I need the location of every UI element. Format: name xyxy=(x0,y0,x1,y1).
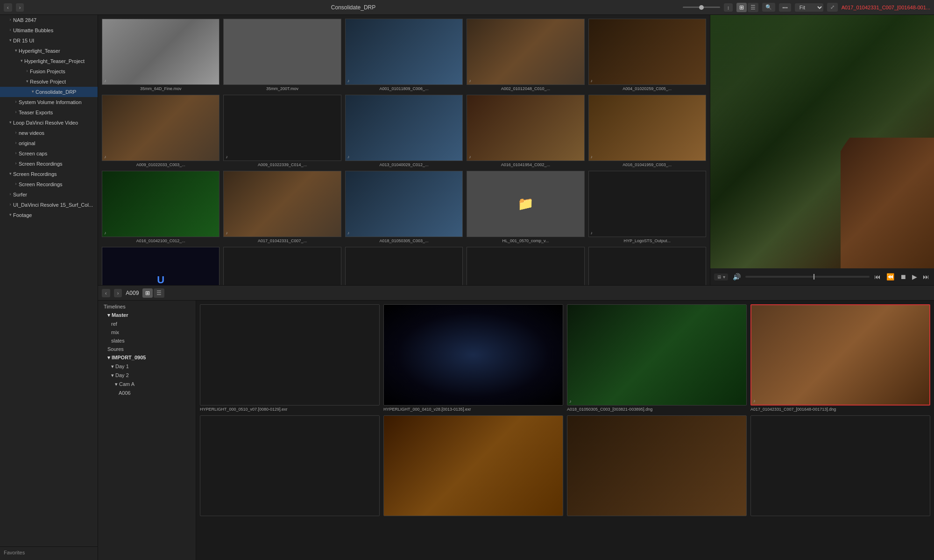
grid-view-button[interactable]: ⊞ xyxy=(736,3,747,12)
media-thumb-m20[interactable]: ♪ HYP_Text4_Output.mov xyxy=(588,247,706,285)
sidebar-item-dr15[interactable]: DR 15 UI xyxy=(0,35,98,46)
tl-ref[interactable]: ref xyxy=(98,320,196,328)
timeline-thumb-b3[interactable]: ♪ A018_01050305_C003_[003821-003895].dng xyxy=(567,304,747,412)
stop-button[interactable]: ⏹ xyxy=(899,272,907,281)
play-button[interactable]: ▶ xyxy=(911,272,918,281)
media-thumb-m15[interactable]: ♪ HYP_LogoSTS_Output... xyxy=(588,171,706,243)
preview-timeline[interactable] xyxy=(745,276,870,278)
timeline-thumb-b6[interactable] xyxy=(383,415,563,518)
bottom-list-button[interactable]: ☰ xyxy=(154,288,164,298)
bottom-grid-button[interactable]: ⊞ xyxy=(142,288,153,298)
sidebar-item-new-videos[interactable]: new videos xyxy=(0,128,98,138)
tl-slates[interactable]: slates xyxy=(98,336,196,345)
sidebar-item-hyperlight-teaser[interactable]: Hyperlight_Teaser xyxy=(0,46,98,56)
sidebar-item-surfer[interactable]: Surfer xyxy=(0,189,98,200)
bottom-back-button[interactable]: ‹ xyxy=(102,289,110,297)
sidebar-item-resolve-project[interactable]: Resolve Project xyxy=(0,77,98,87)
tl-a006[interactable]: A006 xyxy=(98,389,196,397)
sidebar-item-label: Consolidate_DRP xyxy=(35,89,96,95)
sidebar-item-screen-caps[interactable]: Screen caps xyxy=(0,148,98,159)
timeline-thumb-b1[interactable]: HYPERLIGHT_000_0510_v07.[0080-0129].exr xyxy=(200,304,380,412)
timeline-thumb-b4[interactable]: ♪ A017_01042331_C007_[001648-001713].dng xyxy=(750,304,930,412)
timeline-thumb-b7[interactable] xyxy=(567,415,747,518)
sidebar-item-system-volume[interactable]: System Volume Information xyxy=(0,97,98,107)
volume-button[interactable]: 🔊 xyxy=(732,272,742,281)
timeline-thumb-b8[interactable] xyxy=(750,415,930,518)
sort-button[interactable]: ↕ xyxy=(724,3,733,12)
sidebar-item-consolidate[interactable]: Consolidate_DRP xyxy=(0,87,98,97)
tl-thumb-image: ♪ xyxy=(750,304,930,406)
bottom-forward-button[interactable]: › xyxy=(114,289,122,297)
media-thumb-m11[interactable]: ♪ A016_01042100_C012_... xyxy=(102,171,219,243)
tl-sources[interactable]: Soures xyxy=(98,345,196,353)
media-thumb-m13[interactable]: ♪ A018_01050305_C003_... xyxy=(345,171,463,243)
tl-master[interactable]: ▾ Master xyxy=(98,311,196,320)
thumb-image: ♪ xyxy=(588,171,706,237)
search-button[interactable]: 🔍 xyxy=(762,3,775,12)
sidebar-item-label: Surfer xyxy=(13,192,96,197)
more-button[interactable]: ••• xyxy=(779,3,791,12)
media-thumb-m5[interactable]: ♪ A004_01020259_C005_... xyxy=(588,19,706,91)
sidebar-item-original[interactable]: original xyxy=(0,138,98,148)
sidebar-item-ui-davinci[interactable]: UI_DaVinci Resolve 15_Surf_Col... xyxy=(0,200,98,210)
prev-frame-button[interactable]: ⏪ xyxy=(885,272,895,281)
media-thumb-m9[interactable]: ♪ A016_01041954_C002_... xyxy=(467,95,584,167)
tl-thumb-label: HYPERLIGHT_000_0410_v28.[0013-0135].exr xyxy=(383,407,563,412)
skip-forward-button[interactable]: ⏭ xyxy=(922,272,930,281)
back-button[interactable]: ‹ xyxy=(4,3,12,12)
media-thumb-m8[interactable]: ♪ A013_01040029_C012_... xyxy=(345,95,463,167)
tl-cama[interactable]: ▾ Cam A xyxy=(98,380,196,389)
tl-thumb-label: HYPERLIGHT_000_0510_v07.[0080-0129].exr xyxy=(200,407,380,412)
media-thumb-m1[interactable]: ♪ 35mm_64D_Fine.mov xyxy=(102,19,219,91)
thumb-image: U ♪ xyxy=(102,247,219,285)
thumb-label: HYP_LogoSTS_Output... xyxy=(588,238,706,243)
thumb-label: A016_01041954_C002_... xyxy=(467,162,584,167)
media-thumb-m17[interactable]: ♪ HYP_Text1_Output.mov xyxy=(223,247,341,285)
sidebar-item-screen-recordings1[interactable]: Screen Recordings xyxy=(0,159,98,169)
fullscreen-button[interactable]: ⤢ xyxy=(827,3,838,12)
tl-day1[interactable]: ▾ Day 1 xyxy=(98,362,196,371)
media-thumb-m7[interactable]: ♪ A009_01022339_C014_... xyxy=(223,95,341,167)
media-thumb-m19[interactable]: ♪ HYP_Text3_Output.mov xyxy=(467,247,584,285)
sidebar-item-teaser-exports[interactable]: Teaser Exports xyxy=(0,107,98,118)
list-view-button[interactable]: ☰ xyxy=(748,3,758,12)
sidebar-item-fusion[interactable]: Fusion Projects xyxy=(0,66,98,77)
sidebar-item-ultimatte[interactable]: Ultimatte Bubbles xyxy=(0,25,98,35)
thumb-label: A016_01041959_C003_... xyxy=(588,162,706,167)
media-thumb-m10[interactable]: ♪ A016_01041959_C003_... xyxy=(588,95,706,167)
tl-thumb-image xyxy=(383,415,563,517)
sidebar-item-label: new videos xyxy=(19,130,96,136)
forward-button[interactable]: › xyxy=(16,3,24,12)
zoom-slider[interactable] xyxy=(683,7,720,8)
sidebar-item-label: Hyperlight_Teaser_Project xyxy=(24,58,96,64)
media-thumb-m6[interactable]: ♪ A009_01022033_C003_... xyxy=(102,95,219,167)
chevron-icon xyxy=(30,89,35,95)
thumb-label: 35mm_64D_Fine.mov xyxy=(102,86,219,91)
sidebar-item-hyperlight-project[interactable]: Hyperlight_Teaser_Project xyxy=(0,56,98,66)
sidebar-item-footage[interactable]: Footage xyxy=(0,210,98,220)
tl-mix[interactable]: mix xyxy=(98,328,196,336)
tl-import[interactable]: ▾ IMPORT_0905 xyxy=(98,353,196,362)
media-thumb-m14[interactable]: 📁 HL_001_0570_comp_v... xyxy=(467,171,584,243)
thumb-image: ♪ xyxy=(345,171,463,237)
timeline-thumb-b2[interactable]: HYPERLIGHT_000_0410_v28.[0013-0135].exr xyxy=(383,304,563,412)
sidebar-item-label: UI_DaVinci Resolve 15_Surf_Col... xyxy=(13,202,96,208)
media-thumb-m4[interactable]: ♪ A002_01012048_C010_... xyxy=(467,19,584,91)
sidebar-item-screen-recordings2[interactable]: Screen Recordings xyxy=(0,169,98,179)
sidebar-item-label: Fusion Projects xyxy=(30,69,96,74)
timeline-thumb-b5[interactable] xyxy=(200,415,380,518)
media-thumb-m3[interactable]: ♪ A001_01011809_C006_... xyxy=(345,19,463,91)
media-thumb-m12[interactable]: ♪ A017_01042331_C007_... xyxy=(223,171,341,243)
media-thumb-m18[interactable]: ♪ HYP_Text2_Output.mov xyxy=(345,247,463,285)
monitor-button[interactable]: 🖥 ▾ xyxy=(714,273,728,280)
tl-timelines[interactable]: Timelines xyxy=(98,302,196,311)
sidebar-item-nab[interactable]: NAB 2847 xyxy=(0,15,98,25)
media-thumb-m2[interactable]: 35mm_200T.mov xyxy=(223,19,341,91)
skip-back-button[interactable]: ⏮ xyxy=(873,272,882,281)
sidebar-item-loop[interactable]: Loop DaVinci Resolve Video xyxy=(0,118,98,128)
chevron-icon xyxy=(19,58,24,64)
tl-day2[interactable]: ▾ Day 2 xyxy=(98,371,196,380)
media-thumb-m16[interactable]: U ♪ HYP_LogoUSEF_Outpu... xyxy=(102,247,219,285)
fit-select[interactable]: Fit 25% 50% 100% xyxy=(795,3,823,12)
sidebar-item-screen-recordings-sub[interactable]: Screen Recordings xyxy=(0,179,98,189)
